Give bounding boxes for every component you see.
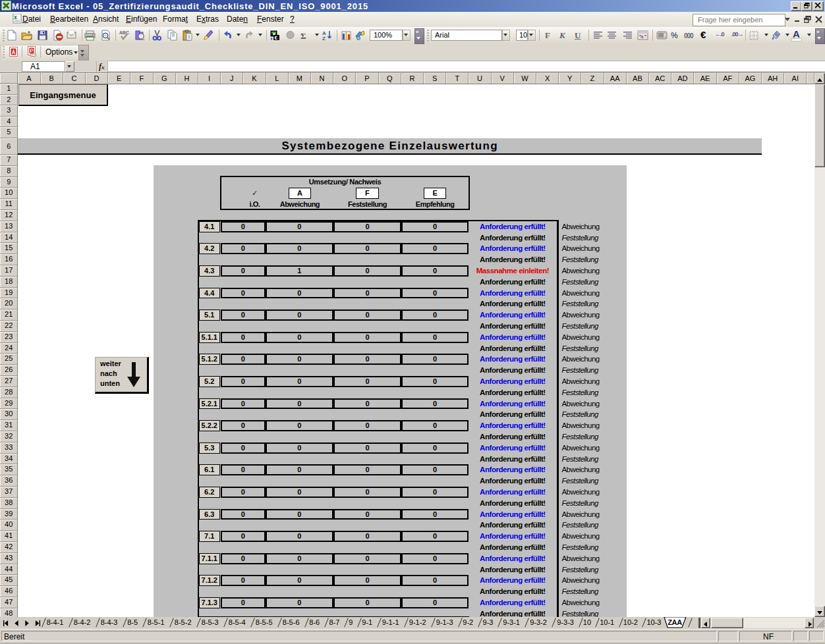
svg-text:Z: Z [322,36,326,41]
svg-text:Σ: Σ [300,31,306,41]
svg-text:ABC: ABC [119,30,129,35]
svg-text:a: a [640,34,644,40]
